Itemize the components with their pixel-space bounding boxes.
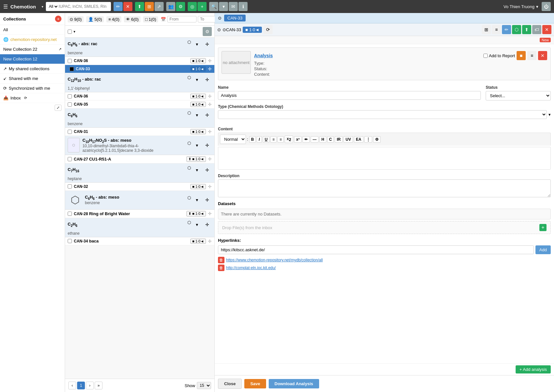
mol-drag-6[interactable]: ✛ [203, 195, 212, 204]
expand-sidebar-button[interactable]: ⤢ [55, 105, 61, 111]
UV-button[interactable]: UV [344, 136, 353, 143]
editor-area[interactable] [218, 147, 551, 170]
name-input[interactable] [218, 91, 481, 100]
sample-row-can36-1[interactable]: CAN-36 ■ 1·0◄ ✛ [65, 57, 214, 65]
sample-row-can33[interactable]: CAN-33 ■ 1·0◄ ✛ [65, 65, 214, 73]
layout-button[interactable]: ⊞ [145, 2, 154, 11]
sidebar-item-sharedme[interactable]: ↙ Shared with me [0, 74, 65, 84]
show-count-select[interactable]: 15 25 50 [197, 382, 211, 389]
refresh-detail-button[interactable]: ⟳ [263, 25, 273, 34]
sample-row-can28[interactable]: CAN-28 Ring of Bright Water ⬆ ■ 1·0◄ ✛ [65, 210, 214, 218]
subscript-button[interactable]: x2 [285, 136, 293, 143]
description-input[interactable] [218, 179, 551, 197]
drag-handle-can36-2[interactable]: ✛ [208, 94, 212, 99]
sample-checkbox-can32[interactable] [68, 184, 72, 189]
superscript-button[interactable]: x² [294, 136, 302, 143]
export-detail-button[interactable]: ⬆ [522, 25, 531, 34]
mol-drag-1[interactable]: ✛ [203, 40, 212, 49]
search-input[interactable] [59, 4, 109, 9]
settings-editor-button[interactable]: ⚙ [373, 136, 381, 143]
refresh-icon[interactable]: ⟳ [24, 96, 27, 100]
add-to-report-checkbox[interactable] [483, 54, 488, 58]
settings-icon[interactable]: ⚙ [203, 27, 212, 36]
search-type-select[interactable]: All [47, 4, 59, 9]
import-button[interactable]: ⬆ [135, 2, 144, 11]
bold-button[interactable]: B [249, 136, 256, 143]
sample-row-can32[interactable]: CAN-32 ■ 1·0◄ ✛ [65, 183, 214, 191]
page-prev-button[interactable]: ‹ [68, 382, 76, 389]
edit-button[interactable]: ✏ [114, 2, 123, 11]
editor-style-select[interactable]: Normal [220, 135, 246, 144]
drag-handle-can32[interactable]: ✛ [208, 184, 212, 189]
mol-drag-3[interactable]: ✛ [203, 111, 212, 120]
status-select[interactable]: Select... [486, 91, 551, 100]
italic-button[interactable]: I [257, 136, 262, 143]
drag-handle-can27[interactable]: ✛ [208, 156, 212, 162]
logout-button[interactable]: ⏻ [542, 2, 551, 11]
mol-expand-4[interactable]: ▾ [192, 141, 201, 150]
mol-expand-1[interactable]: ▾ [192, 40, 201, 49]
mol-expand-2[interactable]: ▾ [192, 75, 201, 84]
underline-button[interactable]: U [263, 136, 270, 143]
more-editor-button[interactable]: ⋮ [364, 136, 372, 143]
more-button[interactable]: ▾ [219, 2, 228, 11]
save-button[interactable]: Save [244, 379, 266, 388]
page-last-button[interactable]: » [95, 382, 102, 389]
C-button[interactable]: C [327, 136, 334, 143]
sample-checkbox-can34[interactable] [68, 239, 72, 243]
tools-button[interactable]: ⚙ [176, 2, 185, 11]
download-analysis-button[interactable]: Download Analysis [269, 379, 319, 388]
drag-handle-can36-1[interactable]: ✛ [208, 58, 212, 63]
edit-detail-button[interactable]: ✏ [502, 25, 511, 34]
label-detail-button[interactable]: 🏷 [532, 25, 541, 34]
mol-drag-5[interactable]: ✛ [203, 165, 212, 175]
detail-tab-can33[interactable]: CAN-33 [224, 15, 246, 21]
analysis-title-link[interactable]: Analysis [254, 53, 273, 58]
sidebar-item-nc12[interactable]: New Collection 12 [0, 54, 65, 64]
mol-expand-3[interactable]: ▾ [192, 111, 201, 120]
sample-checkbox-can36-1[interactable] [68, 59, 72, 63]
app-menu-caret[interactable]: ▾ [42, 5, 43, 8]
EA-button[interactable]: EA [354, 136, 363, 143]
sample-row-can34[interactable]: CAN-34 baca ■ 1·0◄ ✛ [65, 237, 214, 245]
drag-handle-can28[interactable]: ✛ [208, 211, 212, 216]
close-button[interactable]: Close [218, 379, 242, 389]
delete-detail-button[interactable]: ✕ [542, 25, 551, 34]
add-analysis-button[interactable]: + Add analysis [516, 365, 551, 373]
share-button[interactable]: ⇗ [155, 2, 164, 11]
hamburger-icon[interactable]: ☰ [3, 4, 8, 10]
IR-button[interactable]: IR [335, 136, 343, 143]
mol-drag-2[interactable]: ✛ [203, 75, 212, 84]
delete-link-1-button[interactable]: 🗑 [218, 257, 224, 263]
report-btn-2[interactable]: ≡ [527, 51, 536, 60]
dash-button[interactable]: — [311, 136, 318, 143]
sample-row-can27[interactable]: CAN-27 CU1-R51-A ⬆ ■ 1·0◄ ✛ [65, 155, 214, 163]
sample-row-can31[interactable]: CAN-31 ■ 1·0◄ ✛ [65, 128, 214, 136]
delete-analysis-btn[interactable]: ✕ [538, 51, 547, 60]
page-next-button[interactable]: › [86, 382, 94, 389]
view-toggle-1[interactable]: ⊞ [482, 25, 491, 34]
link-url-1[interactable]: https://www.chemotion-repository.net/myd… [226, 258, 323, 262]
view-toggle-2[interactable]: ≡ [492, 25, 501, 34]
hyperlink-input[interactable] [218, 245, 534, 254]
page-1-button[interactable]: 1 [77, 382, 85, 389]
drop-zone[interactable]: Drop File(s) from the inbox + [218, 221, 551, 234]
sample-checkbox-can31[interactable] [68, 130, 72, 134]
mol-expand-6[interactable]: ▾ [192, 195, 201, 204]
mail-button[interactable]: ✉ [229, 2, 238, 11]
drag-handle-can35[interactable]: ✛ [208, 102, 212, 107]
mol-expand-5[interactable]: ▾ [192, 165, 201, 175]
add-link-button[interactable]: Add [535, 245, 551, 254]
drag-handle-can34[interactable]: ✛ [208, 239, 212, 244]
delete-link-2-button[interactable]: 🗑 [218, 265, 224, 271]
plus-button[interactable]: + [197, 2, 207, 11]
target-button[interactable]: ◎ [188, 2, 197, 11]
search2-button[interactable]: 🔍 [209, 2, 218, 11]
add-collection-button[interactable]: + [55, 16, 61, 22]
share-detail-button[interactable]: ⬡ [512, 25, 521, 34]
sidebar-item-shared[interactable]: ↗ My shared collections [0, 64, 65, 74]
delete-button[interactable]: ✕ [123, 2, 132, 11]
mol-drag-4[interactable]: ✛ [203, 141, 212, 150]
sample-checkbox-can28[interactable] [68, 212, 72, 216]
sidebar-item-sync[interactable]: ⟳ Synchronized with me [0, 84, 65, 93]
